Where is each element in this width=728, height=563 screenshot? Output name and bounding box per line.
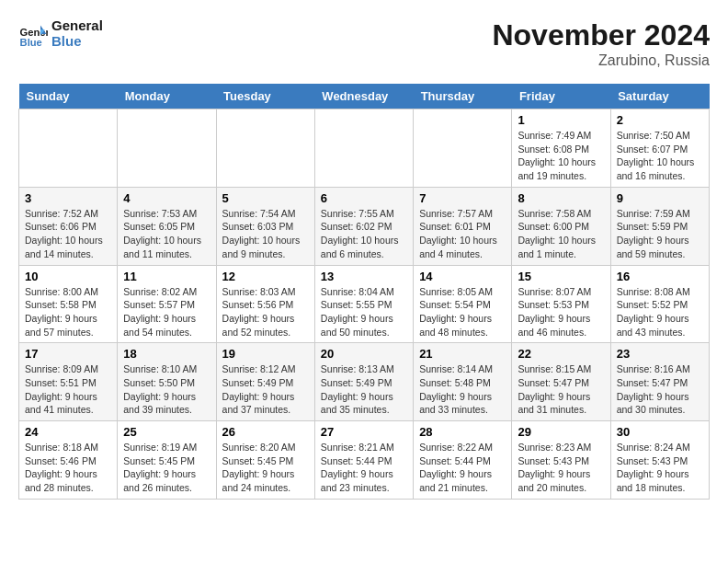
day-info: Sunrise: 7:57 AM Sunset: 6:01 PM Dayligh… — [419, 207, 506, 261]
day-info: Sunrise: 7:59 AM Sunset: 5:59 PM Dayligh… — [617, 207, 703, 261]
day-info: Sunrise: 8:12 AM Sunset: 5:49 PM Dayligh… — [222, 362, 309, 417]
day-info: Sunrise: 8:13 AM Sunset: 5:49 PM Dayligh… — [321, 362, 407, 417]
day-cell: 12Sunrise: 8:03 AM Sunset: 5:56 PM Dayli… — [216, 265, 314, 343]
page-header: General Blue General Blue November 2024 … — [18, 18, 710, 69]
day-info: Sunrise: 8:14 AM Sunset: 5:48 PM Dayligh… — [419, 362, 506, 417]
week-row-3: 10Sunrise: 8:00 AM Sunset: 5:58 PM Dayli… — [19, 265, 710, 343]
day-number: 23 — [617, 347, 703, 361]
day-cell: 25Sunrise: 8:19 AM Sunset: 5:45 PM Dayli… — [118, 421, 216, 500]
day-cell: 3Sunrise: 7:52 AM Sunset: 6:06 PM Daylig… — [19, 187, 118, 265]
day-number: 14 — [419, 270, 506, 283]
day-number: 24 — [25, 425, 111, 439]
day-number: 10 — [25, 270, 111, 283]
day-number: 27 — [321, 425, 407, 439]
day-cell: 2Sunrise: 7:50 AM Sunset: 6:07 PM Daylig… — [610, 109, 709, 188]
day-cell: 29Sunrise: 8:23 AM Sunset: 5:43 PM Dayli… — [512, 421, 610, 500]
weekday-header-saturday: Saturday — [610, 84, 709, 109]
day-info: Sunrise: 7:58 AM Sunset: 6:00 PM Dayligh… — [518, 207, 604, 261]
day-cell: 22Sunrise: 8:15 AM Sunset: 5:47 PM Dayli… — [512, 343, 610, 421]
day-info: Sunrise: 8:18 AM Sunset: 5:46 PM Dayligh… — [25, 441, 111, 495]
weekday-header-monday: Monday — [118, 84, 216, 109]
day-cell: 20Sunrise: 8:13 AM Sunset: 5:49 PM Dayli… — [314, 343, 413, 421]
day-info: Sunrise: 8:04 AM Sunset: 5:55 PM Dayligh… — [321, 285, 407, 339]
day-number: 28 — [419, 425, 506, 439]
day-cell: 9Sunrise: 7:59 AM Sunset: 5:59 PM Daylig… — [610, 187, 709, 265]
day-number: 6 — [321, 191, 407, 205]
day-info: Sunrise: 7:52 AM Sunset: 6:06 PM Dayligh… — [25, 207, 111, 261]
weekday-header-thursday: Thursday — [414, 84, 512, 109]
day-cell: 30Sunrise: 8:24 AM Sunset: 5:43 PM Dayli… — [610, 421, 709, 500]
month-title: November 2024 — [492, 18, 710, 52]
day-cell: 10Sunrise: 8:00 AM Sunset: 5:58 PM Dayli… — [19, 265, 118, 343]
day-number: 9 — [617, 191, 703, 205]
day-number: 19 — [222, 347, 309, 361]
day-info: Sunrise: 8:19 AM Sunset: 5:45 PM Dayligh… — [123, 441, 210, 495]
day-cell: 21Sunrise: 8:14 AM Sunset: 5:48 PM Dayli… — [414, 343, 512, 421]
day-number: 4 — [123, 191, 210, 205]
week-row-2: 3Sunrise: 7:52 AM Sunset: 6:06 PM Daylig… — [19, 187, 710, 265]
day-info: Sunrise: 8:24 AM Sunset: 5:43 PM Dayligh… — [617, 441, 703, 495]
logo-general: General — [51, 18, 103, 34]
day-cell: 7Sunrise: 7:57 AM Sunset: 6:01 PM Daylig… — [414, 187, 512, 265]
day-info: Sunrise: 8:20 AM Sunset: 5:45 PM Dayligh… — [222, 441, 309, 495]
day-info: Sunrise: 7:55 AM Sunset: 6:02 PM Dayligh… — [321, 207, 407, 261]
week-row-4: 17Sunrise: 8:09 AM Sunset: 5:51 PM Dayli… — [19, 343, 710, 421]
day-number: 2 — [617, 113, 703, 127]
day-number: 20 — [321, 347, 407, 361]
day-info: Sunrise: 8:00 AM Sunset: 5:58 PM Dayligh… — [25, 285, 111, 339]
day-number: 29 — [518, 425, 604, 439]
day-info: Sunrise: 7:53 AM Sunset: 6:05 PM Dayligh… — [123, 207, 210, 261]
day-number: 26 — [222, 425, 309, 439]
calendar-table: SundayMondayTuesdayWednesdayThursdayFrid… — [18, 84, 710, 500]
location: Zarubino, Russia — [492, 52, 710, 69]
day-number: 21 — [419, 347, 506, 361]
logo: General Blue General Blue — [18, 18, 103, 49]
day-info: Sunrise: 7:49 AM Sunset: 6:08 PM Dayligh… — [518, 129, 604, 183]
day-cell: 26Sunrise: 8:20 AM Sunset: 5:45 PM Dayli… — [216, 421, 314, 500]
day-cell: 6Sunrise: 7:55 AM Sunset: 6:02 PM Daylig… — [314, 187, 413, 265]
day-cell — [414, 109, 512, 188]
svg-text:Blue: Blue — [20, 36, 42, 47]
day-cell — [216, 109, 314, 188]
day-number: 5 — [222, 191, 309, 205]
day-number: 18 — [123, 347, 210, 361]
week-row-5: 24Sunrise: 8:18 AM Sunset: 5:46 PM Dayli… — [19, 421, 710, 500]
day-number: 3 — [25, 191, 111, 205]
day-cell: 13Sunrise: 8:04 AM Sunset: 5:55 PM Dayli… — [314, 265, 413, 343]
day-info: Sunrise: 8:05 AM Sunset: 5:54 PM Dayligh… — [419, 285, 506, 339]
day-number: 12 — [222, 270, 309, 283]
day-number: 30 — [617, 425, 703, 439]
day-number: 1 — [518, 113, 604, 127]
day-info: Sunrise: 8:09 AM Sunset: 5:51 PM Dayligh… — [25, 362, 111, 417]
day-info: Sunrise: 8:21 AM Sunset: 5:44 PM Dayligh… — [321, 441, 407, 495]
day-info: Sunrise: 7:50 AM Sunset: 6:07 PM Dayligh… — [617, 129, 703, 183]
day-number: 15 — [518, 270, 604, 283]
day-info: Sunrise: 7:54 AM Sunset: 6:03 PM Dayligh… — [222, 207, 309, 261]
day-cell: 24Sunrise: 8:18 AM Sunset: 5:46 PM Dayli… — [19, 421, 118, 500]
title-block: November 2024 Zarubino, Russia — [492, 18, 710, 69]
day-cell — [19, 109, 118, 188]
day-number: 8 — [518, 191, 604, 205]
logo-icon: General Blue — [18, 19, 48, 49]
day-cell: 5Sunrise: 7:54 AM Sunset: 6:03 PM Daylig… — [216, 187, 314, 265]
day-info: Sunrise: 8:15 AM Sunset: 5:47 PM Dayligh… — [518, 362, 604, 417]
day-info: Sunrise: 8:07 AM Sunset: 5:53 PM Dayligh… — [518, 285, 604, 339]
weekday-header-sunday: Sunday — [19, 84, 118, 109]
day-cell: 14Sunrise: 8:05 AM Sunset: 5:54 PM Dayli… — [414, 265, 512, 343]
day-info: Sunrise: 8:02 AM Sunset: 5:57 PM Dayligh… — [123, 285, 210, 339]
day-info: Sunrise: 8:10 AM Sunset: 5:50 PM Dayligh… — [123, 362, 210, 417]
day-number: 16 — [617, 270, 703, 283]
day-number: 11 — [123, 270, 210, 283]
day-info: Sunrise: 8:22 AM Sunset: 5:44 PM Dayligh… — [419, 441, 506, 495]
weekday-header-row: SundayMondayTuesdayWednesdayThursdayFrid… — [19, 84, 710, 109]
day-cell — [314, 109, 413, 188]
day-cell: 15Sunrise: 8:07 AM Sunset: 5:53 PM Dayli… — [512, 265, 610, 343]
day-cell: 18Sunrise: 8:10 AM Sunset: 5:50 PM Dayli… — [118, 343, 216, 421]
day-info: Sunrise: 8:16 AM Sunset: 5:47 PM Dayligh… — [617, 362, 703, 417]
day-cell: 17Sunrise: 8:09 AM Sunset: 5:51 PM Dayli… — [19, 343, 118, 421]
weekday-header-wednesday: Wednesday — [314, 84, 413, 109]
logo-blue: Blue — [51, 34, 103, 50]
weekday-header-friday: Friday — [512, 84, 610, 109]
day-cell — [118, 109, 216, 188]
day-number: 25 — [123, 425, 210, 439]
